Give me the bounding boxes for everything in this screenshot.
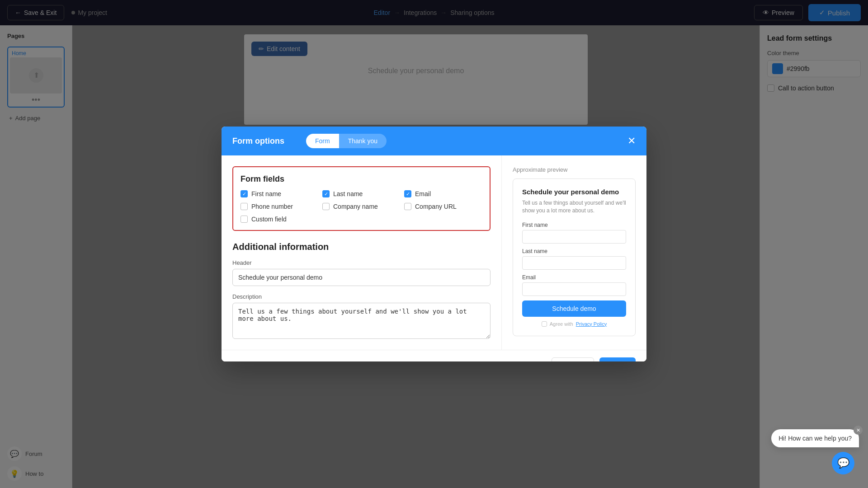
field-first-name[interactable]: ✓ First name (241, 190, 319, 197)
field-email[interactable]: ✓ Email (404, 190, 482, 197)
modal-left-panel: Form fields ✓ First name ✓ (222, 155, 502, 350)
additional-info-title: Additional information (232, 242, 491, 252)
chat-tooltip: Hi! How can we help you? ✕ (771, 429, 859, 447)
check-mark-icon: ✓ (242, 191, 246, 197)
field-custom[interactable]: Custom field (241, 216, 319, 223)
preview-card: Schedule your personal demo Tell us a fe… (513, 178, 636, 336)
preview-title: Approximate preview (513, 166, 636, 173)
additional-info-section: Additional information Header Descriptio… (232, 242, 491, 341)
form-fields-box: Form fields ✓ First name ✓ (232, 166, 491, 231)
modal-title: Form options (232, 136, 284, 146)
preview-email-label: Email (522, 274, 626, 281)
field-custom-checkbox[interactable] (241, 216, 248, 223)
field-company-name[interactable]: Company name (322, 203, 401, 210)
chat-bubble-button[interactable]: 💬 (832, 452, 854, 474)
preview-email-input (522, 282, 626, 296)
modal-footer: Cancel Save (222, 350, 646, 361)
field-first-name-checkbox[interactable]: ✓ (241, 190, 248, 197)
privacy-link[interactable]: Privacy Policy (576, 321, 607, 327)
header-field-label: Header (232, 259, 491, 266)
description-field-label: Description (232, 293, 491, 300)
save-button[interactable]: Save (599, 357, 636, 361)
modal-close-button[interactable]: ✕ (627, 136, 636, 146)
preview-card-desc: Tell us a few things about yourself and … (522, 199, 626, 215)
tab-form[interactable]: Form (306, 134, 339, 148)
modal-body: Form fields ✓ First name ✓ (222, 155, 646, 350)
description-textarea[interactable]: Tell us a few things about yourself and … (232, 303, 491, 339)
field-company-url-checkbox[interactable] (404, 203, 411, 210)
modal-right-panel: Approximate preview Schedule your person… (502, 155, 646, 350)
preview-privacy: Agree with Privacy Policy (522, 321, 626, 327)
chat-icon: 💬 (837, 457, 849, 469)
form-fields-title: Form fields (241, 174, 482, 184)
preview-last-name-label: Last name (522, 248, 626, 254)
field-phone-checkbox[interactable] (241, 203, 248, 210)
preview-last-name-input (522, 256, 626, 270)
field-last-name-checkbox[interactable]: ✓ (322, 190, 330, 197)
cancel-button[interactable]: Cancel (552, 357, 594, 361)
privacy-checkbox (542, 321, 547, 327)
modal-overlay: Form options Form Thank you ✕ Form field… (0, 0, 868, 488)
modal-tabs: Form Thank you (306, 134, 387, 148)
field-phone[interactable]: Phone number (241, 203, 319, 210)
preview-card-title: Schedule your personal demo (522, 188, 626, 196)
field-last-name[interactable]: ✓ Last name (322, 190, 401, 197)
field-company-url[interactable]: Company URL (404, 203, 482, 210)
preview-first-name-label: First name (522, 222, 626, 228)
check-mark-icon-3: ✓ (406, 191, 410, 197)
form-fields-grid: ✓ First name ✓ Last name (241, 190, 482, 223)
modal-header: Form options Form Thank you ✕ (222, 127, 646, 155)
header-input[interactable] (232, 269, 491, 286)
check-mark-icon-2: ✓ (324, 191, 328, 197)
field-company-name-checkbox[interactable] (322, 203, 330, 210)
form-options-modal: Form options Form Thank you ✕ Form field… (222, 127, 646, 361)
preview-submit-button: Schedule demo (522, 300, 626, 317)
chat-tooltip-close[interactable]: ✕ (854, 426, 863, 435)
tab-thankyou[interactable]: Thank you (339, 134, 387, 148)
preview-first-name-input (522, 230, 626, 244)
field-email-checkbox[interactable]: ✓ (404, 190, 411, 197)
